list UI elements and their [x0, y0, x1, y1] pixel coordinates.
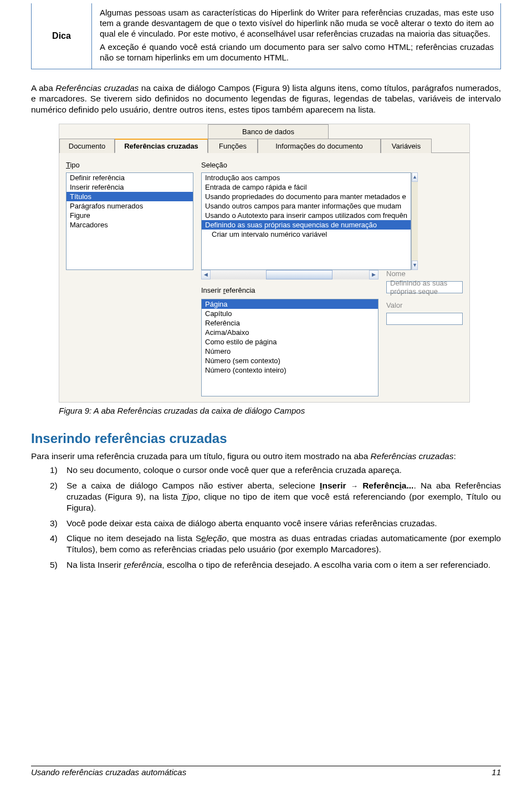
tip-paragraph-2: A exceção é quando você está criando um … [100, 42, 494, 63]
page-footer: Usando referências cruzadas automáticas … [31, 766, 501, 777]
list-item[interactable]: Usando propriedades do documento para ma… [202, 192, 411, 201]
inserir-referencia-label: Inserir referência [201, 286, 378, 294]
step-4: 4) Clique no item desejado na lista Sele… [50, 533, 501, 555]
tip-label-cell: Dica [31, 3, 92, 69]
selecao-label: Seleção [201, 161, 378, 169]
step-5: 5) Na lista Inserir referência, escolha … [50, 559, 501, 571]
tip-body: Algumas pessoas usam as características … [92, 3, 501, 69]
valor-field[interactable] [386, 313, 463, 325]
tab-referencias-cruzadas[interactable]: Referências cruzadas [115, 139, 208, 153]
list-item[interactable]: Parágrafos numerados [66, 201, 193, 211]
list-item[interactable]: Usando o Autotexto para inserir campos u… [202, 211, 411, 220]
selecao-listbox[interactable]: Introdução aos campos Entrada de campo r… [201, 172, 411, 270]
list-item[interactable]: Como estilo de página [202, 337, 378, 347]
list-item[interactable]: Figure [66, 211, 193, 220]
list-item[interactable]: Marcadores [66, 220, 193, 230]
nome-field[interactable]: Definindo as suas próprias seque [386, 281, 463, 293]
tip-label: Dica [52, 31, 71, 41]
tip-paragraph-1: Algumas pessoas usam as características … [100, 8, 494, 39]
figure-9: Banco de dados Documento Referências cru… [31, 124, 501, 403]
list-item[interactable]: Página [202, 299, 378, 309]
list-item[interactable]: Usando outros campos para manter informa… [202, 201, 411, 211]
dialog-body: Tipo Definir referência Inserir referênc… [59, 153, 469, 402]
footer-section-title: Usando referências cruzadas automáticas [31, 767, 186, 777]
tab-banco-de-dados[interactable]: Banco de dados [208, 124, 329, 139]
list-item[interactable]: Definir referência [66, 173, 193, 182]
lead-paragraph: Para inserir uma referência cruzada para… [31, 451, 501, 461]
step-3: 3)Você pode deixar esta caixa de diálogo… [50, 518, 501, 529]
tab-variaveis[interactable]: Variáveis [381, 139, 432, 153]
list-item[interactable]: Número [202, 347, 378, 356]
steps-list: 1)No seu documento, coloque o cursor ond… [31, 465, 501, 571]
tab-row-top: Banco de dados [59, 124, 469, 139]
list-item[interactable]: Número (contexto inteiro) [202, 365, 378, 375]
tipo-listbox[interactable]: Definir referência Inserir referência Tí… [66, 172, 193, 270]
section-heading: Inserindo referências cruzadas [31, 431, 501, 446]
step-1: 1)No seu documento, coloque o cursor ond… [50, 465, 501, 476]
scrollbar-thumb[interactable] [266, 270, 332, 279]
intro-paragraph: A aba Referências cruzadas na caixa de d… [31, 83, 501, 115]
list-item[interactable]: Inserir referência [66, 182, 193, 192]
list-item[interactable]: Capítulo [202, 309, 378, 318]
tab-documento[interactable]: Documento [59, 139, 115, 153]
valor-label: Valor [386, 301, 463, 309]
horizontal-scrollbar[interactable]: ◀ ▶ [201, 270, 378, 279]
campos-dialog: Banco de dados Documento Referências cru… [59, 124, 470, 403]
tab-informacoes-documento[interactable]: Informações do documento [258, 139, 381, 153]
tip-box: Dica Algumas pessoas usam as característ… [31, 3, 501, 69]
scroll-left-icon[interactable]: ◀ [201, 270, 211, 279]
list-item[interactable]: Referência [202, 318, 378, 328]
tab-funcoes[interactable]: Funções [208, 139, 258, 153]
list-item[interactable]: Entrada de campo rápida e fácil [202, 182, 411, 192]
scroll-right-icon[interactable]: ▶ [369, 270, 378, 279]
list-item[interactable]: Títulos [66, 192, 193, 201]
figure-caption: Figura 9: A aba Referências cruzadas da … [31, 406, 501, 415]
tab-row-bottom: Documento Referências cruzadas Funções I… [59, 139, 469, 153]
list-item[interactable]: Introdução aos campos [202, 173, 411, 182]
tipo-label: Tipo [66, 161, 193, 169]
step-2: 2) Se a caixa de diálogo Campos não esti… [50, 480, 501, 513]
list-item[interactable]: Acima/Abaixo [202, 328, 378, 337]
list-item[interactable]: Criar um intervalo numérico variável [202, 230, 411, 239]
nome-label: Nome [386, 269, 463, 278]
list-item[interactable]: Definindo as suas próprias sequencias de… [202, 220, 411, 230]
page-number: 11 [492, 767, 501, 777]
inserir-referencia-listbox[interactable]: Página Capítulo Referência Acima/Abaixo … [201, 299, 378, 396]
list-item[interactable]: Número (sem contexto) [202, 356, 378, 365]
